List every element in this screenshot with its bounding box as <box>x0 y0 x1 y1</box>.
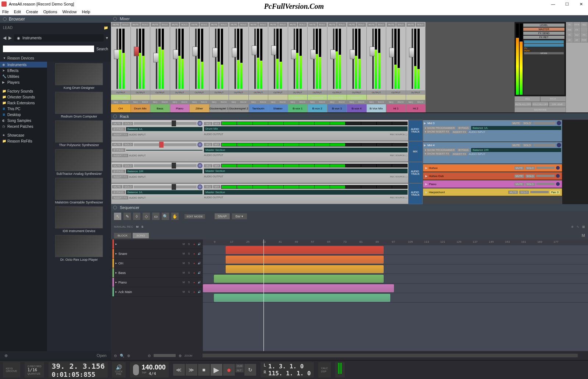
seq-button[interactable]: SEQ <box>327 100 337 104</box>
solo-button[interactable]: SOLO <box>180 22 189 27</box>
solo-button[interactable]: SOLO <box>121 22 130 27</box>
slider[interactable] <box>533 144 555 147</box>
device-thumb[interactable] <box>55 235 103 257</box>
device-thumb[interactable] <box>55 178 103 200</box>
balance-label[interactable]: Balance 2/R <box>471 148 561 152</box>
audio-clip[interactable] <box>214 275 384 283</box>
audio-clip[interactable] <box>203 284 394 292</box>
solo-button[interactable]: SOLO <box>526 166 535 170</box>
bypass-button[interactable]: BYPASS <box>457 126 470 130</box>
rack-button[interactable]: RACK <box>160 100 169 104</box>
mute-button[interactable]: M <box>182 252 186 256</box>
mute-button[interactable]: MUTE <box>514 166 524 170</box>
seq-button[interactable]: SEQ <box>288 100 298 104</box>
seq-button[interactable]: SEQ <box>150 100 160 104</box>
slider[interactable] <box>536 167 555 169</box>
bus-label[interactable] <box>170 95 190 100</box>
scrollbar[interactable] <box>202 354 578 357</box>
mute-button[interactable]: M <box>136 225 139 228</box>
fxsend-label[interactable]: FX SEND <box>523 32 564 35</box>
mute-button[interactable]: MUTE <box>249 22 258 27</box>
fader[interactable] <box>111 27 130 90</box>
side-hi[interactable]: HI <box>566 37 573 42</box>
clip-row[interactable] <box>203 255 588 264</box>
slider[interactable] <box>536 175 555 177</box>
snap-button[interactable]: SNAP <box>215 213 230 219</box>
clip-row[interactable] <box>203 293 588 303</box>
insertfx-button[interactable]: INSERT FX <box>112 175 128 178</box>
side-eq[interactable]: EQ <box>581 22 588 27</box>
seq-track-piano[interactable]: ▸PianoMS●🔊 <box>111 278 203 287</box>
forward-button[interactable]: ▶ <box>8 35 12 40</box>
zoom-in-icon[interactable]: ⊕ <box>127 354 130 358</box>
seq-tool-1[interactable]: ✎ <box>123 213 131 220</box>
mute-button[interactable]: MUTE <box>151 22 160 27</box>
channel-label[interactable]: Shaker <box>268 104 288 112</box>
knob[interactable] <box>557 121 561 125</box>
tempo-panel[interactable]: 140.000 TAP4/4 <box>130 362 169 378</box>
solo-button[interactable]: S <box>187 252 191 256</box>
nav-path[interactable]: ◉Instruments <box>14 34 104 41</box>
side-ins[interactable]: INS <box>566 27 573 32</box>
expand-icon[interactable]: ▶ <box>424 144 426 147</box>
seq-button[interactable]: SEQ <box>131 100 140 104</box>
side-fx[interactable]: FX <box>581 32 588 37</box>
folder-icon[interactable]: 📁 <box>104 26 108 30</box>
menu-file[interactable]: File <box>2 10 9 14</box>
rack-track-piano[interactable]: ▶PianoMUTESOLO <box>423 180 562 188</box>
position-panel[interactable]: 39. 2. 3.156 0:01:05:855 <box>49 362 108 378</box>
mute-button[interactable]: MUTE <box>112 185 122 188</box>
expand-icon[interactable]: ▸ <box>115 261 117 265</box>
rack-button[interactable]: RACK <box>540 96 566 102</box>
mute-button[interactable]: MUTE <box>131 22 140 27</box>
add-icon[interactable]: ⊕ <box>4 353 8 358</box>
slider[interactable] <box>530 191 549 193</box>
rec-button[interactable]: ● <box>192 252 196 256</box>
side-hf[interactable]: HF <box>573 37 581 42</box>
rack-button[interactable]: RACK <box>140 100 150 104</box>
bus-label[interactable] <box>406 95 426 100</box>
solo-button[interactable]: SOLO <box>123 185 133 188</box>
mute-button[interactable]: MUTE <box>269 22 278 27</box>
bus-label[interactable]: B-Vox Mix <box>308 95 327 100</box>
slider[interactable] <box>134 143 197 146</box>
solo-button[interactable]: SOLO <box>123 164 133 167</box>
monitor-button[interactable]: 🔊 <box>197 242 201 246</box>
seq-button[interactable]: SEQ <box>406 100 416 104</box>
device-thumb[interactable] <box>55 63 103 85</box>
rack-button[interactable]: RACK <box>219 100 229 104</box>
side-dyn[interactable]: DYN <box>573 22 581 27</box>
side-in[interactable]: IN <box>566 22 573 27</box>
rec-source-label[interactable]: REC SOURCE ▢ <box>390 133 408 136</box>
play-button[interactable]: ▶ <box>211 364 222 376</box>
knob[interactable] <box>556 182 560 186</box>
open-button[interactable]: Open <box>97 353 107 358</box>
record-button[interactable]: ● <box>223 364 235 376</box>
balance-label[interactable]: Balance 1/L <box>471 126 561 130</box>
solo-button[interactable]: S <box>187 261 191 266</box>
wave-icon[interactable]: ∿ <box>577 225 579 228</box>
side-in[interactable]: IN <box>566 32 573 37</box>
side-eq[interactable]: EQ <box>573 32 581 37</box>
seq-tool-5[interactable]: 🔍 <box>162 213 169 220</box>
browser-item-song-samples[interactable]: ◐Song Samples <box>0 118 47 123</box>
seq-track-snare[interactable]: ▸SnareMS●🔊 <box>111 249 203 259</box>
seq-button[interactable]: SEQ <box>229 100 239 104</box>
mute-button[interactable]: MUTE <box>112 164 122 167</box>
fader[interactable] <box>386 27 406 90</box>
keys-panel[interactable]: KEYS GROOVE <box>3 362 20 378</box>
seq-track-bass[interactable]: ▸BassMS●🔊 <box>111 268 203 278</box>
browser-item-orkester-sounds[interactable]: 📁Orkester Sounds <box>0 94 47 100</box>
menu-window[interactable]: Window <box>62 10 77 14</box>
fader[interactable] <box>170 27 190 90</box>
expand-icon[interactable]: ▶ <box>424 122 426 125</box>
seq-button[interactable]: SEQ <box>268 100 278 104</box>
bus-label[interactable]: Drum Mix <box>111 95 130 100</box>
timeline[interactable]: 9172533414957657381899710511312112913714… <box>203 239 588 351</box>
fader[interactable] <box>406 27 426 90</box>
mix-button[interactable]: MIX <box>213 143 220 146</box>
mute-button[interactable]: MUTE <box>512 144 521 147</box>
side-fdr[interactable]: FDR <box>581 37 588 42</box>
bus-label[interactable] <box>150 95 170 100</box>
fader[interactable] <box>327 27 347 90</box>
